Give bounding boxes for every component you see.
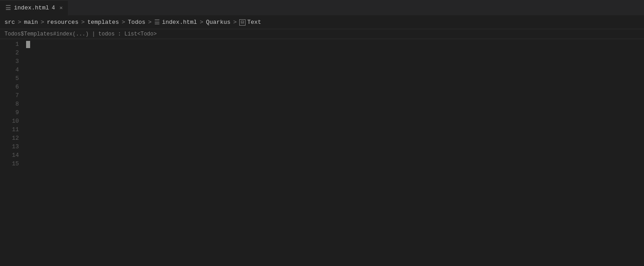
tab-badge: 4	[52, 5, 55, 11]
editor-line-7	[26, 91, 644, 100]
breadcrumb-text-node-icon: ⊟	[239, 19, 245, 26]
line-number-11: 11	[0, 125, 19, 134]
context-text: Todos$Templates#index(...) | todos : Lis…	[4, 31, 157, 37]
breadcrumb-main[interactable]: main	[24, 19, 38, 26]
breadcrumb-sep-3: >	[81, 19, 85, 26]
editor-line-15	[26, 160, 644, 168]
line-number-4: 4	[0, 66, 19, 74]
breadcrumb-quarkus[interactable]: Quarkus	[206, 19, 231, 26]
line-number-1: 1	[0, 40, 19, 49]
editor-line-6	[26, 83, 644, 91]
tab-index-html[interactable]: ☰ index.html 4 ✕	[0, 0, 68, 16]
breadcrumb-sep-5: >	[148, 19, 152, 26]
breadcrumb-index-html[interactable]: index.html	[162, 19, 197, 26]
editor-line-2	[26, 49, 644, 57]
breadcrumb-sep-2: >	[40, 19, 44, 26]
breadcrumb-sep-1: >	[18, 19, 21, 26]
editor-line-4	[26, 66, 644, 74]
breadcrumb-list-icon: ☰	[154, 18, 160, 26]
editor-line-10	[26, 117, 644, 125]
line-number-13: 13	[0, 142, 19, 151]
line-numbers: 1 2 3 4 5 6 7 8 9 10 11 12 13 14 15	[0, 39, 22, 266]
tab-bar: ☰ index.html 4 ✕	[0, 0, 644, 16]
line-number-14: 14	[0, 151, 19, 160]
tab-close-button[interactable]: ✕	[59, 4, 63, 11]
breadcrumb-sep-7: >	[233, 19, 237, 26]
line-number-3: 3	[0, 57, 19, 66]
line-number-8: 8	[0, 100, 19, 108]
context-bar: Todos$Templates#index(...) | todos : Lis…	[0, 29, 644, 39]
editor-line-5	[26, 74, 644, 83]
editor-line-12	[26, 134, 644, 142]
line-number-9: 9	[0, 108, 19, 117]
tab-menu-icon: ☰	[5, 4, 11, 12]
breadcrumb-sep-6: >	[200, 19, 203, 26]
line-number-6: 6	[0, 83, 19, 91]
tab-filename: index.html	[14, 4, 49, 11]
editor-line-13	[26, 142, 644, 151]
line-number-12: 12	[0, 134, 19, 142]
editor-area[interactable]: 1 2 3 4 5 6 7 8 9 10 11 12 13 14 15	[0, 39, 644, 266]
breadcrumb-todos[interactable]: Todos	[128, 19, 145, 26]
line-number-5: 5	[0, 74, 19, 83]
editor-content[interactable]	[22, 39, 644, 266]
breadcrumb-resources[interactable]: resources	[47, 19, 78, 26]
editor-line-3	[26, 57, 644, 66]
breadcrumb-sep-4: >	[122, 19, 125, 26]
breadcrumb-text[interactable]: Text	[247, 19, 261, 26]
line-number-2: 2	[0, 49, 19, 57]
editor-line-9	[26, 108, 644, 117]
breadcrumb-templates[interactable]: templates	[87, 19, 119, 26]
line-number-15: 15	[0, 160, 19, 168]
editor-line-1	[26, 40, 644, 49]
text-cursor	[26, 41, 30, 48]
breadcrumb-bar: src > main > resources > templates > Tod…	[0, 16, 644, 29]
editor-line-11	[26, 125, 644, 134]
editor-line-14	[26, 151, 644, 160]
line-number-7: 7	[0, 91, 19, 100]
editor-line-8	[26, 100, 644, 108]
breadcrumb-src[interactable]: src	[4, 19, 15, 26]
line-number-10: 10	[0, 117, 19, 125]
